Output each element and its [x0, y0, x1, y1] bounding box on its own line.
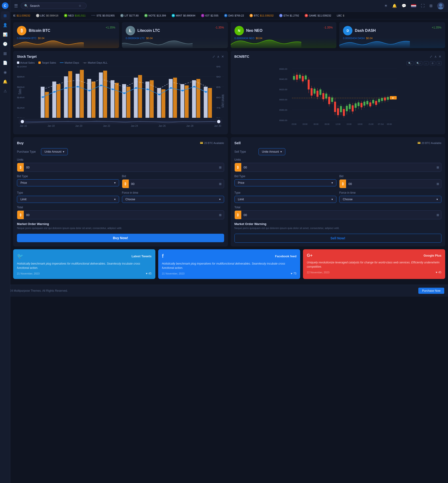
- zoom-in-icon[interactable]: 🔍+: [415, 61, 422, 65]
- chat-icon[interactable]: 💬: [402, 4, 406, 8]
- ticker-item[interactable]: N NEO $161.511: [64, 14, 86, 17]
- theme-icon[interactable]: ☀: [384, 4, 387, 8]
- buy-bid-type-group: Bid Type Price ▾: [17, 175, 119, 188]
- sidebar-item-view[interactable]: ◉: [1, 68, 9, 76]
- ticker-item[interactable]: LBC $: [337, 14, 344, 17]
- dash-icon: D: [343, 26, 352, 35]
- ticker-item[interactable]: N NOTE $13.399: [144, 14, 166, 17]
- app-logo: C: [2, 2, 8, 9]
- sidebar-item-analytics[interactable]: 📊: [1, 30, 9, 39]
- crypto-card-ltc: Ł Litecoin LTC 0.00000434 LTC $0.04 -1.3…: [122, 22, 228, 48]
- dropdown-arrow-icon: ▾: [331, 181, 333, 184]
- range-track: [25, 121, 216, 122]
- svg-rect-137: [360, 103, 362, 107]
- svg-rect-91: [293, 76, 295, 80]
- sell-units-input[interactable]: [241, 164, 434, 171]
- buy-bid-input[interactable]: [129, 180, 217, 188]
- list-icon[interactable]: ≡: [437, 61, 441, 65]
- svg-text:15:00: 15:00: [346, 123, 352, 125]
- search-input[interactable]: [30, 4, 77, 8]
- buy-units-input[interactable]: [24, 164, 217, 171]
- buy-bid-type-dropdown[interactable]: Price ▾: [17, 179, 119, 186]
- svg-rect-42: [169, 79, 173, 118]
- svg-rect-41: [161, 89, 165, 118]
- range-handle-left[interactable]: [21, 120, 24, 123]
- chevron-up-icon[interactable]: ∧: [217, 55, 219, 58]
- svg-text:$6M: $6M: [17, 86, 24, 89]
- svg-rect-135: [357, 102, 359, 106]
- sidebar-item-documents[interactable]: 📄: [1, 58, 9, 67]
- sell-type-dropdown[interactable]: Limit ▾: [234, 196, 337, 203]
- sell-bid-input-group: ₿ ▦: [339, 179, 441, 188]
- zoom-out-icon[interactable]: 🔍-: [407, 61, 413, 65]
- buy-total-group: Total ₿ ▦: [17, 206, 224, 219]
- facebook-icon: f: [162, 253, 164, 259]
- svg-text:Sales: Sales: [18, 89, 22, 94]
- purchase-type-dropdown[interactable]: Unite Amount ▾: [41, 148, 68, 155]
- svg-point-61: [170, 87, 172, 89]
- menu-icon[interactable]: ☰: [14, 3, 18, 8]
- svg-rect-141: [366, 101, 368, 104]
- sidebar-item-history[interactable]: 🕐: [1, 40, 9, 48]
- chevron-up-icon[interactable]: ∧: [434, 55, 437, 58]
- buy-btc-available: 💳 20 BTC Available: [200, 141, 224, 144]
- twitter-text: Holistically benchmark plug imperatives …: [17, 262, 152, 270]
- dash-wave: [339, 36, 410, 48]
- range-label-jan24: Jan 24: [131, 125, 138, 127]
- sell-bid-type-group: Bid Type Price ▾: [234, 175, 337, 188]
- buy-type-dropdown[interactable]: Limit ▾: [17, 196, 119, 203]
- svg-rect-147: [375, 101, 377, 105]
- sell-now-button[interactable]: Sell Now!: [234, 234, 442, 243]
- sell-total-input[interactable]: [241, 211, 434, 219]
- svg-point-52: [65, 87, 67, 89]
- sidebar-item-notifications[interactable]: 🔔: [1, 77, 9, 86]
- svg-text:8600.00: 8600.00: [279, 98, 287, 101]
- ticker-item[interactable]: ⁍⁍⁍ STE $0.551955: [91, 14, 115, 17]
- language-flag[interactable]: [411, 4, 416, 8]
- buy-total-input[interactable]: [24, 211, 217, 219]
- fullscreen-icon[interactable]: ⛶: [421, 4, 425, 8]
- range-handle-right[interactable]: [217, 120, 220, 123]
- sidebar-item-grid[interactable]: ▦: [1, 49, 9, 57]
- sell-type-dropdown[interactable]: Unite Amount ▾: [258, 148, 285, 155]
- expand-icon[interactable]: ⤢: [212, 55, 215, 58]
- svg-text:21:00: 21:00: [368, 123, 373, 125]
- apps-icon[interactable]: ⊞: [429, 4, 432, 8]
- sidebar-item-alerts[interactable]: ⚠: [1, 87, 9, 95]
- settings-icon[interactable]: ⚙: [430, 61, 435, 65]
- svg-text:$8M: $8M: [17, 76, 24, 78]
- sell-force-dropdown[interactable]: Choose ▾: [339, 196, 441, 203]
- close-icon[interactable]: ✕: [221, 55, 224, 58]
- svg-rect-105: [313, 89, 315, 94]
- ticker-item[interactable]: IE $11.039232: [13, 14, 30, 17]
- neo-icon: N: [234, 26, 244, 35]
- ticker-item[interactable]: Ł LIT $177.80: [120, 14, 139, 17]
- svg-rect-25: [68, 71, 72, 118]
- ticker-item[interactable]: ₿ BTC $11.039232: [249, 14, 273, 17]
- purchase-now-button[interactable]: Purchase Now: [418, 288, 444, 294]
- sidebar-item-profile[interactable]: 👤: [1, 21, 9, 29]
- bell-icon[interactable]: 🔔: [392, 4, 397, 8]
- ticker-item[interactable]: M MINT $0.880694: [172, 14, 195, 17]
- zoom-reset-icon[interactable]: ⌂: [424, 61, 428, 65]
- svg-point-53: [77, 86, 79, 88]
- expand-icon[interactable]: ⤢: [430, 55, 432, 58]
- ticker-item[interactable]: G GAME $11.039232: [305, 14, 331, 17]
- close-icon[interactable]: ✕: [439, 55, 441, 58]
- sidebar-item-dashboard[interactable]: ⊞: [1, 11, 9, 20]
- ticker-item[interactable]: L LBC $0.588418: [36, 14, 58, 17]
- buy-now-button[interactable]: Buy Now!: [17, 234, 224, 242]
- dash-change: +1.35%: [432, 26, 441, 29]
- buy-warning-title: Market Order Warning: [17, 222, 224, 226]
- buy-force-dropdown[interactable]: Choose ▾: [122, 196, 224, 203]
- ltc-wave: [122, 36, 192, 48]
- svg-rect-95: [299, 75, 301, 78]
- sell-bid-type-dropdown[interactable]: Price ▾: [234, 179, 337, 186]
- ltc-name: Litecoin LTC: [137, 29, 160, 33]
- ticker-item[interactable]: Ξ ETH $1.2792: [279, 14, 299, 17]
- sell-bid-input[interactable]: [346, 180, 434, 188]
- user-avatar[interactable]: [437, 2, 444, 9]
- ticker-item[interactable]: D DAS $769.22: [224, 14, 244, 17]
- svg-text:70: 70: [216, 117, 221, 118]
- ticker-item[interactable]: I IOT $2.555: [201, 14, 218, 17]
